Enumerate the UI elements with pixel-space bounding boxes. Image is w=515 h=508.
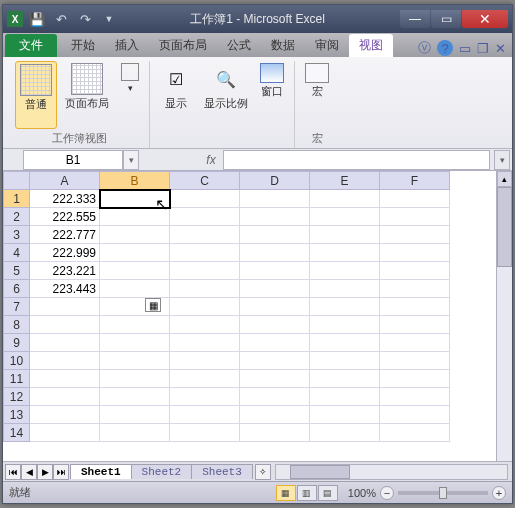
cell-D9[interactable] (240, 334, 310, 352)
cell-D7[interactable] (240, 298, 310, 316)
cell-B14[interactable] (100, 424, 170, 442)
cell-B2[interactable] (100, 208, 170, 226)
cell-F14[interactable] (380, 424, 450, 442)
cell-C8[interactable] (170, 316, 240, 334)
autofill-options-icon[interactable]: ▦ (145, 298, 161, 312)
cell-B12[interactable] (100, 388, 170, 406)
tab-公式[interactable]: 公式 (217, 34, 261, 57)
cell-E12[interactable] (310, 388, 380, 406)
cell-A1[interactable]: 222.333 (30, 190, 100, 208)
cell-D1[interactable] (240, 190, 310, 208)
col-header-F[interactable]: F (380, 172, 450, 190)
row-header-6[interactable]: 6 (4, 280, 30, 298)
cell-C11[interactable] (170, 370, 240, 388)
new-sheet-icon[interactable]: ✧ (255, 464, 271, 480)
col-header-C[interactable]: C (170, 172, 240, 190)
cell-F13[interactable] (380, 406, 450, 424)
row-header-14[interactable]: 14 (4, 424, 30, 442)
cell-A12[interactable] (30, 388, 100, 406)
view-pagelayout-button[interactable]: 页面布局 (61, 61, 113, 129)
row-header-13[interactable]: 13 (4, 406, 30, 424)
tab-数据[interactable]: 数据 (261, 34, 305, 57)
tab-页面布局[interactable]: 页面布局 (149, 34, 217, 57)
row-header-12[interactable]: 12 (4, 388, 30, 406)
vscroll-thumb[interactable] (497, 187, 512, 267)
row-header-7[interactable]: 7 (4, 298, 30, 316)
vertical-scrollbar[interactable]: ▴ (496, 171, 512, 461)
formula-expand-icon[interactable]: ▾ (494, 150, 510, 170)
tab-nav-prev-icon[interactable]: ◀ (21, 464, 37, 480)
row-header-5[interactable]: 5 (4, 262, 30, 280)
namebox-dropdown-icon[interactable]: ▾ (123, 150, 139, 170)
cell-B11[interactable] (100, 370, 170, 388)
cell-B9[interactable] (100, 334, 170, 352)
redo-icon[interactable]: ↷ (75, 9, 95, 29)
zoom-level[interactable]: 100% (348, 487, 376, 499)
cell-A8[interactable] (30, 316, 100, 334)
cell-F5[interactable] (380, 262, 450, 280)
doc-minimize-icon[interactable]: ▭ (459, 41, 471, 56)
cell-D13[interactable] (240, 406, 310, 424)
cell-C1[interactable] (170, 190, 240, 208)
cell-A11[interactable] (30, 370, 100, 388)
zoom-thumb[interactable] (439, 487, 447, 499)
cell-C2[interactable] (170, 208, 240, 226)
cell-B3[interactable] (100, 226, 170, 244)
cell-A2[interactable]: 222.555 (30, 208, 100, 226)
cell-F1[interactable] (380, 190, 450, 208)
horizontal-scrollbar[interactable] (275, 464, 508, 480)
cell-A7[interactable] (30, 298, 100, 316)
statusbar-normal-view-icon[interactable]: ▦ (276, 485, 296, 501)
cell-D4[interactable] (240, 244, 310, 262)
tab-nav-next-icon[interactable]: ▶ (37, 464, 53, 480)
cell-B6[interactable] (100, 280, 170, 298)
cell-D10[interactable] (240, 352, 310, 370)
cell-A13[interactable] (30, 406, 100, 424)
cell-C14[interactable] (170, 424, 240, 442)
cell-E13[interactable] (310, 406, 380, 424)
cell-D2[interactable] (240, 208, 310, 226)
view-pagebreak-button[interactable]: ▾ (117, 61, 143, 129)
zoom-button[interactable]: 🔍 显示比例 (200, 61, 252, 132)
undo-icon[interactable]: ↶ (51, 9, 71, 29)
fx-icon[interactable]: fx (199, 153, 223, 167)
help-icon[interactable]: ? (437, 40, 453, 56)
cell-C12[interactable] (170, 388, 240, 406)
zoom-out-button[interactable]: − (380, 486, 394, 500)
row-header-4[interactable]: 4 (4, 244, 30, 262)
cell-D12[interactable] (240, 388, 310, 406)
sheet-tab-Sheet1[interactable]: Sheet1 (70, 464, 132, 479)
cell-C13[interactable] (170, 406, 240, 424)
cell-E11[interactable] (310, 370, 380, 388)
cell-A5[interactable]: 223.221 (30, 262, 100, 280)
col-header-B[interactable]: B (100, 172, 170, 190)
cell-E10[interactable] (310, 352, 380, 370)
view-normal-button[interactable]: 普通 (15, 61, 57, 129)
close-button[interactable]: ✕ (462, 10, 508, 28)
cell-F4[interactable] (380, 244, 450, 262)
cell-B10[interactable] (100, 352, 170, 370)
cell-C10[interactable] (170, 352, 240, 370)
spreadsheet-grid[interactable]: ABCDEF1222.3332222.5553222.7774222.99952… (3, 171, 450, 442)
doc-restore-icon[interactable]: ❐ (477, 41, 489, 56)
statusbar-pagelayout-icon[interactable]: ▥ (297, 485, 317, 501)
cell-A10[interactable] (30, 352, 100, 370)
doc-close-icon[interactable]: ✕ (495, 41, 506, 56)
cell-D8[interactable] (240, 316, 310, 334)
cell-F3[interactable] (380, 226, 450, 244)
cell-B4[interactable] (100, 244, 170, 262)
cell-F7[interactable] (380, 298, 450, 316)
row-header-2[interactable]: 2 (4, 208, 30, 226)
cell-C9[interactable] (170, 334, 240, 352)
macro-button[interactable]: 宏 (301, 61, 333, 129)
zoom-in-button[interactable]: + (492, 486, 506, 500)
col-header-D[interactable]: D (240, 172, 310, 190)
scroll-up-icon[interactable]: ▴ (497, 171, 512, 187)
cell-A9[interactable] (30, 334, 100, 352)
sheet-tab-Sheet2[interactable]: Sheet2 (131, 464, 193, 479)
cell-F10[interactable] (380, 352, 450, 370)
cell-A14[interactable] (30, 424, 100, 442)
cell-C5[interactable] (170, 262, 240, 280)
cell-E5[interactable] (310, 262, 380, 280)
statusbar-pagebreak-icon[interactable]: ▤ (318, 485, 338, 501)
